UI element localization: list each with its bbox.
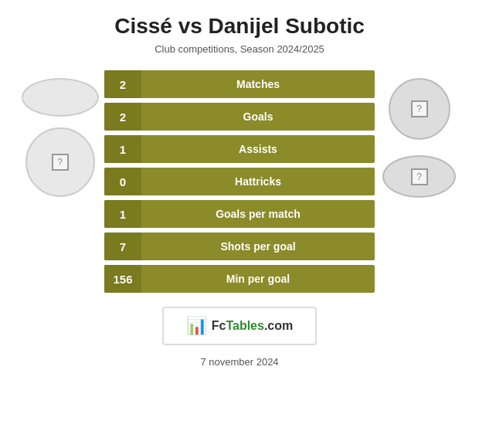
right-avatar-bottom: ? [382,155,456,198]
stat-row: 7Shots per goal [104,232,375,260]
logo-chart-icon: 📊 [186,316,207,336]
right-avatar-top: ? [389,78,450,140]
stat-label-1: Goals [141,110,375,123]
stat-row: 2Goals [104,103,375,131]
left-avatar-top [22,78,99,117]
page-wrapper: Cissé vs Danijel Subotic Club competitio… [0,0,479,448]
stat-value-1: 2 [104,103,141,131]
stat-label-2: Assists [141,143,375,155]
left-player-column: ? [15,70,104,197]
page-title: Cissé vs Danijel Subotic [114,14,365,39]
stat-value-5: 7 [104,232,141,260]
page-subtitle: Club competitions, Season 2024/2025 [155,43,324,55]
stat-value-0: 2 [104,70,141,98]
stat-label-3: Hattricks [141,175,375,188]
right-avatar-bottom-question-icon: ? [411,168,428,185]
stat-row: 1Goals per match [104,200,375,228]
stat-row: 156Min per goal [104,265,375,293]
stat-row: 1Assists [104,135,375,163]
date-footer: 7 november 2024 [200,356,278,368]
left-avatar-main: ? [25,127,95,197]
stat-value-6: 156 [104,265,141,293]
stat-label-4: Goals per match [141,208,375,220]
stat-value-4: 1 [104,200,141,228]
logo-text: FcTables.com [212,319,294,333]
stat-label-6: Min per goal [141,273,375,285]
left-avatar-question-icon: ? [52,154,69,171]
right-avatar-top-question-icon: ? [411,100,428,117]
stat-row: 2Matches [104,70,375,98]
stat-label-0: Matches [141,78,375,90]
right-player-column: ? ? [375,70,464,198]
stat-value-3: 0 [104,168,141,195]
stats-column: 2Matches2Goals1Assists0Hattricks1Goals p… [104,70,375,293]
main-content: ? 2Matches2Goals1Assists0Hattricks1Goals… [8,70,471,293]
stat-label-5: Shots per goal [141,240,375,253]
stat-row: 0Hattricks [104,168,375,195]
stat-value-2: 1 [104,135,141,163]
footer-logo[interactable]: 📊 FcTables.com [162,307,317,345]
